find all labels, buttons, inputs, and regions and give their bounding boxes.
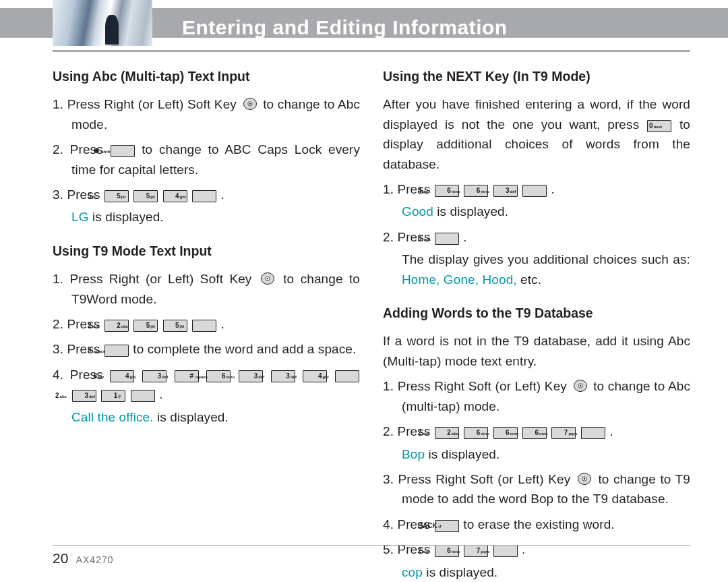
- list-item-result: The display gives you additional choices…: [383, 250, 690, 289]
- key-0-icon: 0next: [647, 120, 671, 132]
- list-item-result: cop is displayed.: [383, 562, 690, 582]
- page-header: Entering and Editing Information: [0, 0, 728, 46]
- list-item: 3. Press #↕space to complete the word an…: [53, 339, 360, 359]
- key-4-icon: 4ghi: [335, 370, 359, 382]
- header-photo: [53, 0, 152, 46]
- left-column: Using Abc (Multi-tap) Text Input1. Press…: [53, 63, 360, 531]
- list-item: 2. Press 2abc 2abc 6mno 6mno 6mno 7pqrs …: [383, 421, 690, 441]
- key-hash-icon: #↕space: [104, 345, 129, 357]
- result-highlight: LG: [71, 210, 89, 224]
- list-item: 2. Press 0next .: [383, 227, 690, 247]
- ok-key-icon: [243, 96, 257, 111]
- right-column: Using the NEXT Key (In T9 Mode)After you…: [383, 63, 690, 531]
- list-item-result: Good is displayed.: [383, 202, 690, 221]
- section-heading: Using the NEXT Key (In T9 Mode): [383, 66, 690, 86]
- model-number: AX4270: [76, 554, 114, 565]
- key-3-icon: 3def: [522, 185, 547, 197]
- list-item: 2. Press ✱↑shift to change to ABC Caps L…: [53, 140, 360, 179]
- list-item: 5. Press 2abc 6mno 7pqrs .: [383, 540, 690, 559]
- key-4-icon: 4ghi: [192, 190, 216, 202]
- page-title: Entering and Editing Information: [182, 12, 508, 44]
- list-item-result: LG is displayed.: [53, 207, 360, 227]
- key-1-icon: 1⚲: [131, 390, 155, 402]
- section-intro: After you have finished entering a word,…: [383, 94, 690, 174]
- section-heading: Adding Words to the T9 Database: [383, 303, 690, 323]
- list-item: 1. Press Right (or Left) Soft Key to cha…: [53, 94, 360, 134]
- result-highlight: cop: [402, 565, 423, 579]
- result-highlight: Home, Gone, Hood,: [402, 272, 517, 287]
- list-item: 4. Press BACK↺ to erase the existing wor…: [383, 515, 690, 534]
- list-item: 1. Press Right Soft (or Left) Key to cha…: [383, 376, 690, 416]
- key-7-icon: 7pqrs: [581, 427, 605, 439]
- ok-key-icon: [577, 471, 592, 486]
- ok-key-icon: [260, 271, 275, 286]
- result-highlight: Good: [402, 204, 433, 219]
- ok-key-icon: [573, 378, 588, 393]
- list-item: 1. Press 4ghi 6mno 6mno 3def .: [383, 179, 690, 199]
- key-back-icon: BACK↺: [435, 520, 459, 532]
- key-star-icon: ✱↑shift: [111, 145, 135, 157]
- section-heading: Using T9 Mode Text Input: [53, 241, 360, 261]
- list-item: 3. Press Right Soft (or Left) Key to cha…: [383, 469, 690, 509]
- key-5-icon: 5jkl: [192, 320, 216, 332]
- list-item: 3. Press 5jkl 5jkl 5jkl 4ghi .: [53, 185, 360, 204]
- svg-point-11: [584, 478, 585, 479]
- content-columns: Using Abc (Multi-tap) Text Input1. Press…: [53, 63, 690, 531]
- list-item: 4. Press 8tuv 4ghi 3def #↕space 6mno 3de…: [53, 365, 360, 405]
- list-item: 1. Press Right (or Left) Soft Key to cha…: [53, 269, 360, 309]
- svg-point-2: [249, 103, 250, 105]
- list-item: 2. Press 2abc 2abc 5jkl 5jkl .: [53, 314, 360, 334]
- key-7-icon: 7pqrs: [493, 545, 518, 557]
- section-heading: Using Abc (Multi-tap) Text Input: [53, 66, 360, 86]
- header-rule: [53, 50, 690, 52]
- result-highlight: Call the office.: [71, 410, 154, 424]
- result-highlight: Bop: [402, 447, 425, 461]
- footer-rule: [53, 545, 690, 546]
- page-number: 20: [53, 550, 69, 566]
- list-item-result: Call the office. is displayed.: [53, 407, 360, 427]
- page-footer: 20 AX4270: [53, 548, 114, 570]
- key-0-icon: 0next: [435, 233, 459, 245]
- svg-point-5: [267, 278, 268, 279]
- list-item-result: Bop is displayed.: [383, 444, 690, 464]
- section-intro: If a word is not in the T9 database, add…: [383, 331, 690, 371]
- svg-point-8: [579, 385, 580, 386]
